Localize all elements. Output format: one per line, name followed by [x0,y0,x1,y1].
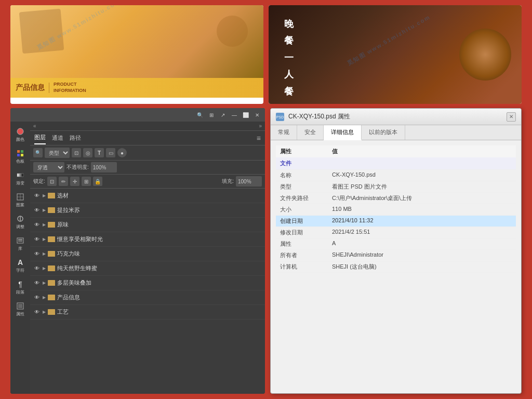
layer-item[interactable]: 👁 ▶ 产品信息 [30,290,265,305]
tool-color[interactable]: 颜色 [12,125,28,144]
tab-channels[interactable]: 通道 [52,132,63,144]
fill-input[interactable] [236,176,262,187]
dialog-close-button[interactable]: ✕ [507,112,516,122]
ps-close-icon[interactable]: ✕ [254,111,261,118]
tool-gradient[interactable]: 渐变 [12,168,28,188]
tab-security[interactable]: 安全 [297,125,324,140]
layer-item[interactable]: 👁 ▶ 原味 [30,218,265,232]
layer-name: 巧克力味 [57,250,262,258]
layer-visibility-icon[interactable]: 👁 [33,265,41,272]
blend-mode-select[interactable]: 穿透 [33,162,64,172]
ps-minimize-icon[interactable]: — [231,111,238,118]
layer-visibility-icon[interactable]: 👁 [33,250,41,258]
layer-visibility-icon[interactable]: 👁 [33,294,41,301]
paragraph-icon: ¶ [16,280,25,289]
layer-visibility-icon[interactable]: 👁 [33,221,41,229]
ps-restore-icon[interactable]: ⬜ [242,111,249,118]
prop-attr: 属性 [276,238,328,250]
product-info-cn: 产品信息 [16,83,45,92]
tab-general[interactable]: 常规 [271,125,297,140]
pattern-icon [16,192,25,202]
layer-visibility-icon[interactable]: 👁 [33,207,41,214]
tool-adjustments[interactable]: 调整 [12,212,28,232]
svg-rect-15 [18,304,22,308]
layer-item[interactable]: 👁 ▶ 巧克力味 [30,247,265,261]
color-label: 颜色 [16,137,24,142]
dinner-line-4: 人 [284,66,296,83]
product-info-en: PRODUCTINFORMATION [54,82,86,94]
lock-transparent-btn[interactable]: ⊡ [47,177,57,186]
layer-expand-arrow[interactable]: ▶ [43,295,46,300]
filter-smart-icon[interactable]: ● [117,148,127,157]
layer-folder-icon [48,222,55,228]
prop-val: SHEJI\Administrator [328,250,516,261]
layer-expand-arrow[interactable]: ▶ [43,281,46,285]
header-val: 值 [328,145,516,157]
prop-val: A [328,238,516,250]
layer-visibility-icon[interactable]: 👁 [33,309,41,316]
ps-panel-menu-icon[interactable]: ⊞ [208,111,215,118]
filter-pixel-icon[interactable]: ⊡ [72,148,81,157]
layer-expand-arrow[interactable]: ▶ [43,266,46,271]
svg-rect-4 [21,154,23,156]
opacity-input[interactable] [91,162,117,172]
ps-layers-list: 👁 ▶ 选材 👁 ▶ 提拉米苏 👁 ▶ 原味 👁 ▶ 惬意享受相聚时光 👁 ▶ … [30,189,265,394]
layer-expand-arrow[interactable]: ▶ [43,237,46,242]
tab-previous-versions[interactable]: 以前的版本 [362,125,405,140]
tool-properties[interactable]: 属性 [12,299,28,319]
ps-search-icon[interactable]: 🔍 [196,111,204,118]
layer-item[interactable]: 👁 ▶ 选材 [30,189,265,203]
layer-item[interactable]: 👁 ▶ 提拉米苏 [30,203,265,218]
filter-adjust-icon[interactable]: ◎ [83,148,92,157]
layer-item[interactable]: 👁 ▶ 惬意享受相聚时光 [30,232,265,247]
lock-pixels-btn[interactable]: ✏ [59,177,68,186]
props-table: 属性 值 文件 名称 CK-XQY-150.psd 类型 看图王 PSD 图片文… [276,145,516,273]
layer-expand-arrow[interactable]: ▶ [43,222,46,227]
tool-paragraph[interactable]: ¶ 段落 [12,277,28,297]
library-icon [16,236,25,245]
ps-layers-panel: « » 图层 通道 路径 ≡ 🔍 [30,122,265,394]
layer-item[interactable]: 👁 ▶ 纯天然野生蜂蜜 [30,261,265,276]
layer-expand-arrow[interactable]: ▶ [43,193,46,198]
layer-visibility-icon[interactable]: 👁 [33,280,41,287]
expand-arrow[interactable]: » [259,123,262,129]
prop-attr: 名称 [276,170,328,181]
filter-type-select[interactable]: 类型 [45,148,70,158]
panel-menu-btn[interactable]: ≡ [257,134,261,142]
filter-type-icon[interactable]: 🔍 [33,148,43,157]
filter-shape-icon[interactable]: ▭ [106,148,115,157]
tool-character[interactable]: A 字符 [12,256,28,275]
layer-expand-arrow[interactable]: ▶ [43,251,46,256]
tab-paths[interactable]: 路径 [70,132,81,144]
preview-image-left: 觅知图 www.51mizhitu.com [10,5,263,78]
tab-details[interactable]: 详细信息 [324,125,362,140]
bottom-row: 🔍 ⊞ ↗ — ⬜ ✕ 颜色 [5,108,527,394]
ps-panel-options-icon[interactable]: ↗ [219,111,227,118]
layer-item[interactable]: 👁 ▶ 多层美味叠加 [30,276,265,290]
layer-expand-arrow[interactable]: ▶ [43,208,46,212]
ps-titlebar: 🔍 ⊞ ↗ — ⬜ ✕ [10,108,265,122]
opacity-label: 不透明度: [66,164,89,171]
tool-library[interactable]: 库 [12,234,28,254]
character-icon: A [16,258,25,267]
layer-folder-icon [48,265,55,271]
tab-layers[interactable]: 图层 [34,131,46,144]
prop-attr: 所有者 [276,250,328,261]
ps-toolbar-left: 颜色 色板 渐变 [10,122,30,394]
layer-expand-arrow[interactable]: ▶ [43,310,46,314]
tool-pattern[interactable]: 图案 [12,190,28,210]
ps-panel-collapse-bar: « » [30,122,265,131]
layer-visibility-icon[interactable]: 👁 [33,236,41,243]
props-row: 大小 110 MB [276,204,516,216]
filter-text-icon[interactable]: T [95,148,104,157]
layer-item[interactable]: 👁 ▶ 工艺 [30,305,265,320]
main-container: 觅知图 www.51mizhitu.com 产品信息 PRODUCTINFORM… [0,0,532,399]
collapse-arrow[interactable]: « [33,123,36,129]
layer-visibility-icon[interactable]: 👁 [33,192,41,200]
props-row: 计算机 SHEJI (这台电脑) [276,261,516,273]
lock-all-btn[interactable]: 🔒 [93,177,102,186]
layer-name: 惬意享受相聚时光 [57,235,262,243]
lock-artboard-btn[interactable]: ⊞ [82,177,91,186]
lock-position-btn[interactable]: ✛ [70,177,79,186]
tool-swatches[interactable]: 色板 [12,147,28,166]
